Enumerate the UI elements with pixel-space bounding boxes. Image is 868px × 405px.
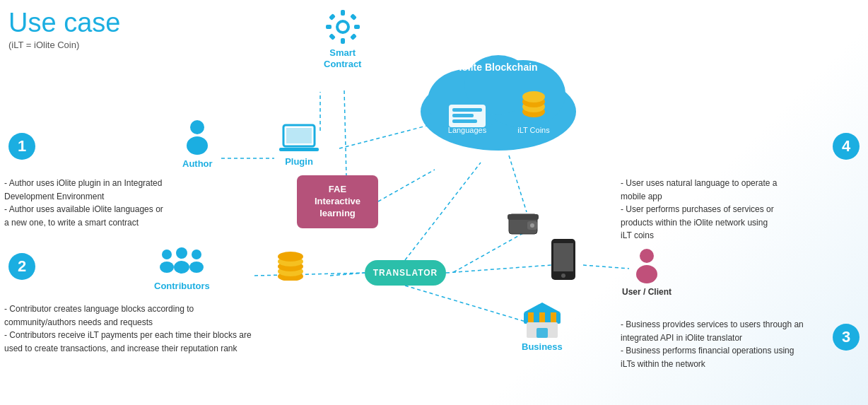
- text-block-2-content: - Contributor creates language blocks ac…: [4, 304, 252, 353]
- svg-point-46: [174, 261, 189, 274]
- svg-rect-26: [329, 33, 336, 40]
- smart-contract-label: SmartContract: [324, 47, 361, 69]
- svg-line-6: [330, 273, 365, 276]
- text-block-4-content: - User uses natural language to operate …: [621, 178, 777, 240]
- contributors-icon: [160, 247, 204, 278]
- translator-box: TRANSLATOR: [365, 260, 446, 286]
- svg-point-53: [278, 252, 303, 262]
- author-icon-box: Author: [182, 119, 213, 169]
- svg-point-57: [530, 223, 534, 228]
- cloud-svg: Iolite Blockchain Languages iLT Coins: [410, 41, 587, 154]
- svg-rect-16: [286, 128, 312, 143]
- contributors-icon-box: Contributors: [154, 247, 210, 291]
- user-client-icon-box: User / Client: [622, 247, 671, 297]
- svg-point-62: [636, 265, 657, 283]
- svg-rect-68: [536, 328, 548, 338]
- text-block-1-content: - Author uses iOlite plugin in an Integr…: [4, 178, 163, 228]
- smart-contract-gear-icon: [324, 8, 361, 45]
- author-label: Author: [182, 158, 213, 169]
- svg-line-5: [254, 273, 365, 276]
- svg-rect-64: [528, 312, 534, 324]
- fae-label-3: learning: [319, 208, 356, 220]
- svg-point-47: [192, 250, 201, 259]
- coins-icon-box: [276, 251, 305, 281]
- svg-point-44: [160, 262, 174, 273]
- svg-text:Languages: Languages: [448, 126, 487, 134]
- phone-icon-box: [550, 239, 577, 280]
- fae-label-1: FAE: [329, 184, 346, 196]
- svg-line-11: [405, 286, 537, 325]
- user-client-icon: [633, 247, 660, 284]
- svg-point-13: [190, 120, 204, 134]
- user-client-label: User / Client: [622, 287, 671, 297]
- svg-rect-66: [551, 312, 556, 324]
- svg-point-19: [339, 23, 347, 31]
- svg-rect-59: [553, 243, 573, 271]
- author-person-icon: [184, 119, 211, 155]
- contributors-label: Contributors: [154, 281, 210, 291]
- text-block-3: - Business provides services to users th…: [621, 318, 804, 370]
- fae-box: FAE Interactive learning: [297, 175, 378, 228]
- svg-rect-27: [350, 33, 357, 40]
- wallet-icon: [508, 209, 539, 235]
- svg-point-14: [187, 136, 208, 155]
- svg-line-7: [446, 265, 551, 273]
- blockchain-cloud: Iolite Blockchain Languages iLT Coins: [410, 41, 587, 154]
- text-block-3-content: - Business provides services to users th…: [621, 319, 804, 369]
- svg-rect-65: [539, 312, 545, 324]
- svg-line-9: [509, 155, 527, 212]
- svg-point-60: [561, 274, 565, 278]
- svg-rect-22: [326, 25, 332, 29]
- svg-line-8: [405, 163, 481, 260]
- business-icon-box: Business: [522, 303, 563, 352]
- page-title: Use case: [8, 8, 120, 38]
- plugin-laptop-icon: [279, 124, 319, 155]
- svg-rect-23: [354, 25, 360, 29]
- svg-point-61: [640, 249, 654, 263]
- translator-label: TRANSLATOR: [373, 268, 438, 278]
- plugin-label: Plugin: [285, 156, 313, 167]
- svg-rect-17: [279, 148, 319, 151]
- wallet-icon-box: [508, 209, 539, 235]
- smart-contract-icon-box: SmartContract: [324, 8, 361, 69]
- text-block-2: - Contributor creates language blocks ac…: [4, 303, 252, 355]
- svg-line-10: [452, 233, 523, 273]
- phone-icon: [550, 239, 577, 280]
- svg-rect-34: [452, 114, 474, 117]
- fae-label-2: Interactive: [315, 196, 360, 208]
- svg-rect-21: [341, 38, 345, 44]
- svg-rect-33: [452, 108, 482, 112]
- number-1: 1: [8, 133, 35, 160]
- business-shop-icon: [524, 303, 561, 339]
- svg-marker-69: [524, 303, 561, 312]
- svg-rect-20: [341, 10, 345, 16]
- svg-point-39: [522, 91, 545, 102]
- page: Use case (iLT = iOlite Coin): [0, 0, 868, 405]
- svg-rect-25: [350, 13, 357, 20]
- svg-rect-35: [452, 119, 477, 123]
- svg-rect-55: [508, 214, 539, 220]
- svg-point-45: [176, 247, 187, 259]
- svg-point-48: [189, 262, 204, 273]
- page-subtitle: (iLT = iOlite Coin): [8, 40, 120, 50]
- number-3: 3: [833, 324, 860, 351]
- svg-line-3: [344, 90, 346, 177]
- number-2: 2: [8, 253, 35, 280]
- text-block-1: - Author uses iOlite plugin in an Integr…: [4, 177, 163, 229]
- svg-line-4: [378, 170, 435, 201]
- business-label: Business: [522, 341, 563, 352]
- svg-point-43: [162, 250, 172, 259]
- plugin-icon-box: Plugin: [279, 124, 319, 167]
- svg-text:iLT Coins: iLT Coins: [517, 126, 550, 134]
- svg-rect-24: [329, 13, 336, 20]
- svg-text:Iolite Blockchain: Iolite Blockchain: [459, 61, 537, 73]
- coins-icon: [276, 251, 305, 281]
- text-block-4: - User uses natural language to operate …: [621, 177, 777, 242]
- number-4: 4: [833, 133, 860, 160]
